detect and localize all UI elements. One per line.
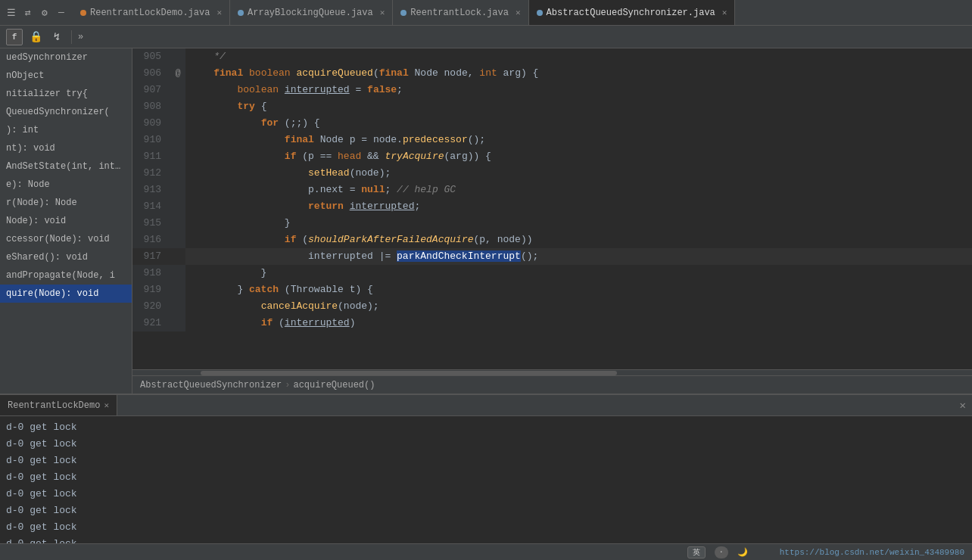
line-marker: [170, 315, 185, 331]
table-row: 921 if (interrupted): [132, 315, 972, 331]
table-row: 916 if (shouldParkAfterFailedAcquire(p, …: [132, 232, 972, 248]
line-code: }: [185, 215, 972, 232]
split-icon[interactable]: ⇄: [21, 6, 35, 20]
line-code: } catch (Throwable t) {: [185, 282, 972, 298]
tab-close-2[interactable]: ✕: [380, 8, 385, 17]
sidebar-item-10[interactable]: ccessor(Node): void: [0, 230, 132, 248]
tab-close-1[interactable]: ✕: [217, 8, 222, 17]
tab-label-2: ArrayBlockingQueue.java: [248, 8, 373, 18]
line-marker: [170, 282, 185, 298]
line-marker: [170, 215, 185, 232]
sidebar: uedSynchronizer nObject nitializer try{ …: [0, 48, 132, 394]
tab-close-3[interactable]: ✕: [516, 8, 521, 17]
toolbar-f-btn[interactable]: f: [6, 29, 23, 45]
line-code: interrupted |= parkAndCheckInterrupt();: [185, 248, 972, 265]
tabs: ReentrantLockDemo.java ✕ ArrayBlockingQu…: [73, 0, 972, 25]
line-number: 908: [132, 98, 170, 115]
line-number: 917: [132, 248, 170, 265]
tab-reentrantlock[interactable]: ReentrantLock.java ✕: [393, 0, 528, 25]
line-number: 918: [132, 265, 170, 282]
tab-dot-2: [238, 10, 244, 16]
sidebar-item-13[interactable]: quire(Node): void: [0, 285, 132, 303]
sidebar-item-7[interactable]: e): Node: [0, 176, 132, 194]
line-number: 921: [132, 315, 170, 331]
sidebar-item-5[interactable]: nt): void: [0, 139, 132, 157]
table-row: 920 cancelAcquire(node);: [132, 298, 972, 315]
line-number: 912: [132, 165, 170, 182]
line-marker: @: [170, 65, 185, 82]
tab-reentrantlockdemo[interactable]: ReentrantLockDemo.java ✕: [73, 0, 230, 25]
code-editor[interactable]: 905 */ 906 @ final boolean acquireQueued…: [132, 48, 972, 369]
sidebar-item-0[interactable]: uedSynchronizer: [0, 48, 132, 67]
line-number: 914: [132, 198, 170, 215]
line-number: 905: [132, 48, 170, 65]
line-number: 909: [132, 115, 170, 132]
line-marker: [170, 265, 185, 282]
bottom-panel-close[interactable]: ✕: [960, 399, 966, 412]
tab-label-4: AbstractQueuedSynchronizer.java: [547, 8, 715, 18]
line-number: 910: [132, 132, 170, 148]
scroll-track[interactable]: [132, 371, 972, 375]
line-number: 911: [132, 148, 170, 165]
tab-arrayblockingqueue[interactable]: ArrayBlockingQueue.java ✕: [230, 0, 393, 25]
sidebar-item-4[interactable]: ): int: [0, 121, 132, 139]
line-marker: [170, 132, 185, 148]
tab-dot: [80, 10, 86, 16]
line-code: if (p == head && tryAcquire(arg)) {: [185, 148, 972, 165]
sidebar-item-11[interactable]: eShared(): void: [0, 248, 132, 266]
sidebar-item-12[interactable]: andPropagate(Node, i: [0, 266, 132, 285]
line-code: try {: [185, 98, 972, 115]
sidebar-item-2[interactable]: nitializer try{: [0, 85, 132, 103]
breadcrumb: AbstractQueuedSynchronizer › acquireQueu…: [132, 375, 972, 394]
settings-icon[interactable]: ⚙: [38, 6, 51, 20]
toolbar-more[interactable]: »: [78, 32, 83, 42]
table-row: 910 final Node p = node.predecessor();: [132, 132, 972, 148]
line-marker: [170, 298, 185, 315]
console-line-2: d-0 get lock: [6, 453, 966, 469]
console-line-3: d-0 get lock: [6, 469, 966, 486]
line-marker: [170, 248, 185, 265]
sidebar-item-8[interactable]: r(Node): Node: [0, 194, 132, 212]
table-row: 908 try {: [132, 98, 972, 115]
line-number: 920: [132, 298, 170, 315]
main-area: uedSynchronizer nObject nitializer try{ …: [0, 48, 972, 394]
tab-label: ReentrantLockDemo.java: [90, 8, 210, 18]
toolbar-lock-btn[interactable]: 🔒: [27, 29, 44, 45]
editor-area: 905 */ 906 @ final boolean acquireQueued…: [132, 48, 972, 394]
console-line-6: d-0 get lock: [6, 519, 966, 536]
moon-icon[interactable]: 🌙: [737, 547, 748, 557]
sidebar-item-9[interactable]: Node): void: [0, 212, 132, 230]
table-row: 913 p.next = null; // help GC: [132, 182, 972, 198]
tab-close-4[interactable]: ✕: [722, 8, 727, 17]
minimize-icon[interactable]: —: [55, 6, 68, 20]
line-code: boolean interrupted = false;: [185, 82, 972, 98]
bottom-tab-console[interactable]: ReentrantLockDemo ✕: [0, 395, 117, 415]
scroll-thumb[interactable]: [201, 371, 617, 375]
line-code: final Node p = node.predecessor();: [185, 132, 972, 148]
menu-icon[interactable]: ☰: [5, 6, 18, 20]
table-row: 909 for (;;) {: [132, 115, 972, 132]
sidebar-item-3[interactable]: QueuedSynchronizer(: [0, 103, 132, 121]
line-marker: [170, 98, 185, 115]
sidebar-item-1[interactable]: nObject: [0, 67, 132, 85]
bottom-tab-close[interactable]: ✕: [104, 400, 109, 410]
toolbar-separator: [71, 30, 72, 44]
tab-bar: ☰ ⇄ ⚙ — ReentrantLockDemo.java ✕ ArrayBl…: [0, 0, 972, 26]
line-number: 916: [132, 232, 170, 248]
sidebar-item-6[interactable]: AndSetState(int, int):: [0, 157, 132, 176]
console-line-7: d-0 get lock: [6, 536, 966, 543]
toolbar-arrow-btn[interactable]: ↯: [48, 29, 65, 45]
table-row: 907 boolean interrupted = false;: [132, 82, 972, 98]
horizontal-scrollbar[interactable]: [132, 369, 972, 375]
line-number: 907: [132, 82, 170, 98]
table-row: 917 interrupted |= parkAndCheckInterrupt…: [132, 248, 972, 265]
tab-abstractqueued[interactable]: AbstractQueuedSynchronizer.java ✕: [529, 0, 736, 25]
lang-btn-dot[interactable]: ·: [715, 546, 728, 558]
lang-btn-chinese[interactable]: 英: [687, 546, 706, 558]
table-row: 919 } catch (Throwable t) {: [132, 282, 972, 298]
line-marker: [170, 182, 185, 198]
tab-label-3: ReentrantLock.java: [410, 8, 509, 18]
breadcrumb-method: acquireQueued(): [293, 380, 375, 390]
console-output: d-0 get lock d-0 get lock d-0 get lock d…: [0, 416, 972, 543]
table-row: 905 */: [132, 48, 972, 65]
